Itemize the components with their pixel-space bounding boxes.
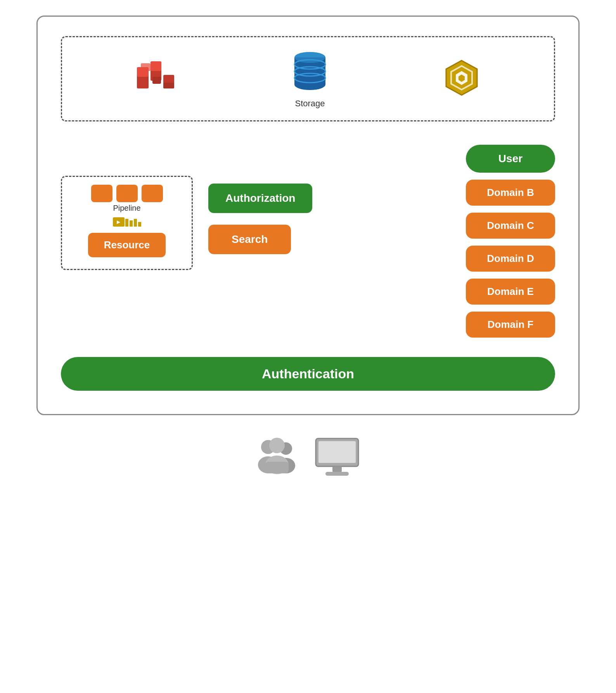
svg-rect-0 <box>137 75 149 88</box>
svg-rect-3 <box>151 61 161 71</box>
pipeline-block-2 <box>116 185 138 202</box>
resource-button: Resource <box>88 233 166 257</box>
storage-icon <box>291 49 329 95</box>
domain-d-button: Domain D <box>466 246 555 272</box>
queue-service <box>440 57 483 100</box>
page-wrapper: Storage <box>16 16 600 481</box>
svg-rect-28 <box>332 466 342 472</box>
pipeline-box: Pipeline ▶ Resource <box>61 176 193 270</box>
authorization-button: Authorization <box>208 184 312 213</box>
people-icon <box>256 435 306 481</box>
bar-4 <box>138 222 141 227</box>
pipeline-label: Pipeline <box>113 204 140 213</box>
svg-rect-27 <box>318 441 356 463</box>
storage-label: Storage <box>295 99 325 109</box>
domain-c-button: Domain C <box>466 213 555 239</box>
pipeline-blocks-row <box>91 185 163 202</box>
svg-rect-6 <box>141 63 151 71</box>
pipeline-icons: ▶ <box>113 217 141 227</box>
domain-e-button: Domain E <box>466 279 555 305</box>
pipeline-block-1 <box>91 185 112 202</box>
pipeline-play-icon: ▶ <box>113 217 125 227</box>
pipeline-block-3 <box>142 185 163 202</box>
pipeline-bars <box>125 217 141 227</box>
user-button: User <box>466 145 555 173</box>
svg-point-23 <box>269 438 285 453</box>
domain-b-button: Domain B <box>466 180 555 206</box>
center-area: Authorization Search <box>193 145 454 254</box>
bar-3 <box>134 219 137 227</box>
middle-section: Pipeline ▶ Resource Authorization Search <box>61 145 555 338</box>
queue-icon <box>440 57 483 100</box>
svg-point-14 <box>294 52 325 63</box>
svg-rect-7 <box>152 77 161 84</box>
main-container: Storage <box>36 16 580 415</box>
svg-rect-5 <box>163 83 174 88</box>
bar-1 <box>125 219 128 227</box>
svg-rect-29 <box>325 472 349 476</box>
monitor-icon <box>314 437 360 479</box>
svg-rect-25 <box>265 462 289 473</box>
authentication-bar: Authentication <box>61 357 555 391</box>
search-button: Search <box>208 225 291 254</box>
domain-f-button: Domain F <box>466 312 555 338</box>
aws-service <box>133 55 180 102</box>
right-column: User Domain B Domain C Domain D Domain E… <box>454 145 555 338</box>
cloud-services-box: Storage <box>61 36 555 121</box>
bar-2 <box>130 220 133 227</box>
bottom-icons <box>256 435 360 481</box>
storage-service: Storage <box>291 49 329 109</box>
aws-icon <box>133 55 180 102</box>
